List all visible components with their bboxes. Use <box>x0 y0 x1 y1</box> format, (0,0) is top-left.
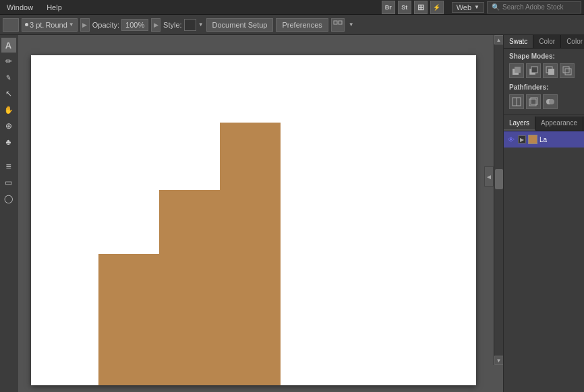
rect-tool-button[interactable]: ▭ <box>1 175 16 190</box>
menu-bar: Window Help Br St ⊞ ⚡ Web ▼ 🔍 Search Ado… <box>0 0 584 15</box>
menu-lines-icon: ≡ <box>5 161 11 172</box>
scroll-down-button[interactable]: ▼ <box>494 356 504 365</box>
pen-tool-icon: ✏ <box>5 57 12 66</box>
scroll-thumb[interactable] <box>495 169 503 189</box>
panel-divider <box>504 115 584 115</box>
tab-layers[interactable]: Layers <box>504 117 535 131</box>
vertical-scrollbar[interactable]: ▲ ▼ <box>494 35 503 365</box>
tab-appearance[interactable]: Appearance <box>535 117 583 131</box>
text-tool-icon: A <box>5 40 11 51</box>
move-tool-button[interactable]: ⊕ <box>1 119 16 133</box>
style-dropdown-arrow: ▼ <box>198 22 204 28</box>
right-panel: Swatc Color Color Shape Modes: Pathfinde… <box>503 35 584 392</box>
hand-tool-icon: ✋ <box>4 106 13 115</box>
club-tool-button[interactable]: ♣ <box>1 135 16 150</box>
selection-tool-button[interactable]: ↖ <box>1 86 16 101</box>
brush-type-label: Round <box>45 21 67 29</box>
canvas-area[interactable]: ▲ ▼ ◄ <box>18 35 503 392</box>
toolbar: 3 pt. Round ▼ ▶ Opacity: ▶ Style: ▼ Docu… <box>0 15 584 35</box>
pen-tool-button[interactable]: ✏ <box>1 54 16 69</box>
scroll-track <box>494 44 503 356</box>
exclude-button[interactable] <box>560 63 575 78</box>
opacity-expand-button[interactable]: ▶ <box>151 18 160 32</box>
svg-rect-5 <box>531 67 537 73</box>
pencil-tool-icon: ✎ <box>5 73 12 81</box>
left-toolbox: A ✏ ✎ ↖ ✋ ⊕ ♣ ≡ ▭ ◯ <box>0 35 18 392</box>
layer-row[interactable]: 👁 ▶ La <box>504 131 584 148</box>
arrange-icon[interactable] <box>331 18 345 32</box>
panel-collapse-button[interactable]: ◄ <box>484 166 494 187</box>
move-tool-icon: ⊕ <box>5 121 12 131</box>
ellipse-tool-button[interactable]: ◯ <box>1 191 16 206</box>
opacity-group: Opacity: <box>92 19 148 31</box>
style-group: Style: ▼ <box>163 19 203 31</box>
svg-rect-0 <box>334 21 337 24</box>
svg-rect-9 <box>565 69 571 75</box>
preferences-button[interactable]: Preferences <box>276 18 328 32</box>
tab-color-1[interactable]: Color <box>533 35 561 48</box>
pathfinders-title: Pathfinders: <box>504 79 584 93</box>
stock-icon[interactable]: St <box>398 1 411 14</box>
arrange-dropdown-arrow: ▼ <box>349 22 354 28</box>
trim-button[interactable] <box>526 94 541 109</box>
shape-modes-title: Shape Modes: <box>504 48 584 62</box>
search-placeholder: Search Adobe Stock <box>502 3 564 11</box>
svg-rect-8 <box>563 67 569 73</box>
layout-icon[interactable]: ⊞ <box>414 1 428 14</box>
shape-modes-row <box>504 62 584 79</box>
club-icon: ♣ <box>6 137 11 147</box>
app-icons: Br St ⊞ ⚡ Web ▼ 🔍 Search Adobe Stock <box>382 1 581 14</box>
brush-size-label: 3 pt. <box>30 21 44 29</box>
pathfinders-row <box>504 93 584 113</box>
scroll-up-button[interactable]: ▲ <box>494 35 504 44</box>
tool-preview <box>3 18 19 32</box>
main-area: A ✏ ✎ ↖ ✋ ⊕ ♣ ≡ ▭ ◯ <box>0 35 584 392</box>
style-swatch[interactable] <box>184 19 196 31</box>
panel-tabs: Swatc Color Color <box>504 35 584 48</box>
opacity-label: Opacity: <box>92 21 119 29</box>
svg-point-15 <box>549 99 554 104</box>
brush-selector[interactable]: 3 pt. Round ▼ <box>22 18 78 32</box>
tab-color-2[interactable]: Color <box>561 35 584 48</box>
menu-help[interactable]: Help <box>42 2 66 13</box>
unite-button[interactable] <box>509 63 524 78</box>
ellipse-tool-icon: ◯ <box>4 194 13 203</box>
divide-button[interactable] <box>509 94 524 109</box>
brush-dropdown-arrow: ▼ <box>69 22 74 28</box>
selection-tool-icon: ↖ <box>5 89 12 98</box>
canvas-container <box>31 55 476 385</box>
tab-swatches[interactable]: Swatc <box>504 35 533 48</box>
opacity-input[interactable] <box>121 19 148 31</box>
hand-tool-button[interactable]: ✋ <box>1 102 16 117</box>
menu-window[interactable]: Window <box>3 2 37 13</box>
intersect-button[interactable] <box>543 63 558 78</box>
brush-dot-icon <box>25 23 28 26</box>
layer-color-swatch <box>528 135 537 144</box>
lightning-icon[interactable]: ⚡ <box>430 1 444 14</box>
merge-button[interactable] <box>543 94 558 109</box>
web-label: Web <box>457 3 471 11</box>
web-dropdown[interactable]: Web ▼ <box>452 2 484 13</box>
text-tool-button[interactable]: A <box>1 38 16 53</box>
menu-lines-button[interactable]: ≡ <box>1 159 16 174</box>
bridge-icon[interactable]: Br <box>382 1 395 14</box>
dropdown-chevron-icon: ▼ <box>474 4 479 10</box>
minus-front-button[interactable] <box>526 63 541 78</box>
layer-visibility-icon[interactable]: 👁 <box>506 135 516 144</box>
brush-expand-button[interactable]: ▶ <box>80 18 90 32</box>
search-icon: 🔍 <box>492 3 500 11</box>
style-label: Style: <box>163 21 182 29</box>
canvas-svg <box>31 55 476 385</box>
staircase-shape[interactable] <box>98 123 281 385</box>
svg-rect-3 <box>515 67 521 73</box>
layers-tabs: Layers Appearance <box>504 117 584 131</box>
layer-expand-button[interactable]: ▶ <box>518 135 526 143</box>
doc-setup-button[interactable]: Document Setup <box>206 18 274 32</box>
layer-name-label: La <box>539 136 581 143</box>
search-stock-input[interactable]: 🔍 Search Adobe Stock <box>487 1 581 13</box>
layers-section: Layers Appearance 👁 ▶ La <box>504 117 584 392</box>
rect-tool-icon: ▭ <box>5 178 12 187</box>
svg-rect-1 <box>339 21 342 24</box>
svg-rect-7 <box>548 69 554 75</box>
pencil-tool-button[interactable]: ✎ <box>1 70 16 85</box>
